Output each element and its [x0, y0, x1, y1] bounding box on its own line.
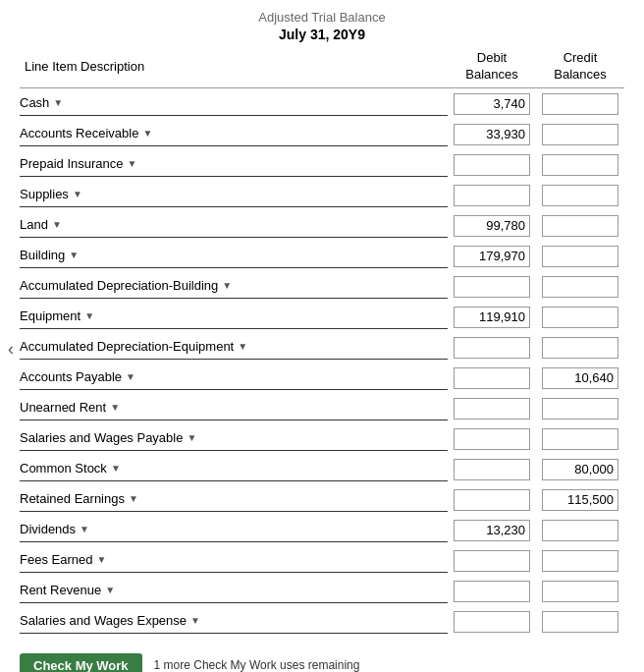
dropdown-arrow-icon[interactable]: ▼ [238, 341, 247, 352]
row-label: Accounts Payable [20, 369, 122, 384]
credit-input[interactable] [542, 459, 618, 480]
credit-input[interactable] [542, 93, 618, 115]
credit-input[interactable] [542, 276, 618, 298]
debit-input[interactable] [454, 246, 530, 267]
footer-note: 1 more Check My Work uses remaining [154, 658, 360, 672]
debit-input[interactable] [454, 337, 530, 359]
debit-input[interactable] [454, 367, 530, 389]
dropdown-arrow-icon[interactable]: ▼ [111, 463, 121, 474]
debit-input[interactable] [454, 489, 530, 511]
debit-cell [448, 520, 536, 541]
credit-input[interactable] [542, 550, 618, 572]
debit-cell [448, 276, 536, 298]
table-row: Rent Revenue▼ [20, 578, 624, 605]
table-row: Retained Earnings▼ [20, 486, 624, 514]
dropdown-arrow-icon[interactable]: ▼ [80, 524, 89, 534]
debit-input[interactable] [454, 93, 530, 115]
debit-cell [448, 185, 536, 206]
credit-input[interactable] [542, 246, 618, 267]
line-item-description-header: Line Item Description [20, 59, 448, 74]
credit-cell [536, 124, 624, 145]
debit-input[interactable] [454, 307, 530, 328]
table-row: Unearned Rent▼ [20, 395, 624, 422]
debit-input[interactable] [454, 581, 530, 602]
table-row: Prepaid Insurance▼ [20, 151, 624, 179]
label-cell: Land▼ [20, 214, 448, 238]
table-row: Supplies▼ [20, 182, 624, 209]
credit-input[interactable] [542, 581, 618, 602]
report-header: Adjusted Trial Balance July 31, 20Y9 [20, 10, 624, 42]
label-cell: Common Stock▼ [20, 458, 448, 481]
credit-input[interactable] [542, 307, 618, 328]
dropdown-arrow-icon[interactable]: ▼ [129, 493, 138, 504]
table-row: Salaries and Wages Expense▼ [20, 608, 624, 636]
row-label: Dividends [20, 522, 76, 536]
debit-input[interactable] [454, 185, 530, 206]
dropdown-arrow-icon[interactable]: ▼ [84, 310, 94, 321]
label-cell: Equipment▼ [20, 306, 448, 329]
table-row: Accumulated Depreciation-Equipment▼ [20, 334, 624, 362]
debit-input[interactable] [454, 520, 530, 541]
dropdown-arrow-icon[interactable]: ▼ [105, 585, 115, 595]
debit-input[interactable] [454, 459, 530, 480]
credit-input[interactable] [542, 520, 618, 541]
dropdown-arrow-icon[interactable]: ▼ [96, 554, 106, 565]
debit-input[interactable] [454, 154, 530, 176]
credit-input[interactable] [542, 185, 618, 206]
label-cell: Accumulated Depreciation-Building▼ [20, 275, 448, 299]
credit-cell [536, 489, 624, 511]
credit-input[interactable] [542, 215, 618, 237]
credit-cell [536, 398, 624, 420]
row-label: Salaries and Wages Payable [20, 430, 183, 445]
credit-input[interactable] [542, 337, 618, 359]
debit-input[interactable] [454, 611, 530, 633]
dropdown-arrow-icon[interactable]: ▼ [222, 280, 232, 291]
debit-cell [448, 428, 536, 450]
debit-cell [448, 581, 536, 602]
dropdown-arrow-icon[interactable]: ▼ [187, 432, 196, 443]
dropdown-arrow-icon[interactable]: ▼ [128, 158, 137, 169]
row-label: Supplies [20, 187, 69, 201]
debit-cell [448, 93, 536, 115]
debit-input[interactable] [454, 215, 530, 237]
credit-input[interactable] [542, 398, 618, 420]
label-cell: Rent Revenue▼ [20, 580, 448, 603]
debit-cell [448, 367, 536, 389]
dropdown-arrow-icon[interactable]: ▼ [110, 402, 120, 413]
label-cell: Dividends▼ [20, 519, 448, 542]
credit-cell [536, 367, 624, 389]
table-row: Building▼ [20, 243, 624, 270]
dropdown-arrow-icon[interactable]: ▼ [69, 250, 79, 260]
credit-input[interactable] [542, 428, 618, 450]
credit-input[interactable] [542, 154, 618, 176]
label-cell: Fees Earned▼ [20, 549, 448, 573]
debit-input[interactable] [454, 398, 530, 420]
credit-cell [536, 581, 624, 602]
row-label: Prepaid Insurance [20, 156, 124, 171]
debit-cell [448, 611, 536, 633]
dropdown-arrow-icon[interactable]: ▼ [73, 189, 82, 199]
label-cell: Prepaid Insurance▼ [20, 153, 448, 177]
dropdown-arrow-icon[interactable]: ▼ [53, 97, 63, 108]
row-label: Accumulated Depreciation-Equipment [20, 339, 234, 354]
debit-input[interactable] [454, 276, 530, 298]
debit-cell [448, 337, 536, 359]
credit-input[interactable] [542, 124, 618, 145]
credit-input[interactable] [542, 367, 618, 389]
dropdown-arrow-icon[interactable]: ▼ [190, 615, 200, 626]
credit-input[interactable] [542, 611, 618, 633]
debit-input[interactable] [454, 428, 530, 450]
dropdown-arrow-icon[interactable]: ▼ [52, 219, 62, 230]
credit-input[interactable] [542, 489, 618, 511]
debit-input[interactable] [454, 550, 530, 572]
footer: Check My Work 1 more Check My Work uses … [20, 647, 624, 672]
credit-cell [536, 337, 624, 359]
table-row: Cash▼ [20, 90, 624, 118]
dropdown-arrow-icon[interactable]: ▼ [142, 128, 152, 139]
left-nav-arrow[interactable]: ‹ [8, 338, 14, 359]
check-my-work-button[interactable]: Check My Work [20, 653, 142, 672]
debit-input[interactable] [454, 124, 530, 145]
credit-cell [536, 215, 624, 237]
table-row: Accumulated Depreciation-Building▼ [20, 273, 624, 301]
dropdown-arrow-icon[interactable]: ▼ [126, 371, 135, 382]
